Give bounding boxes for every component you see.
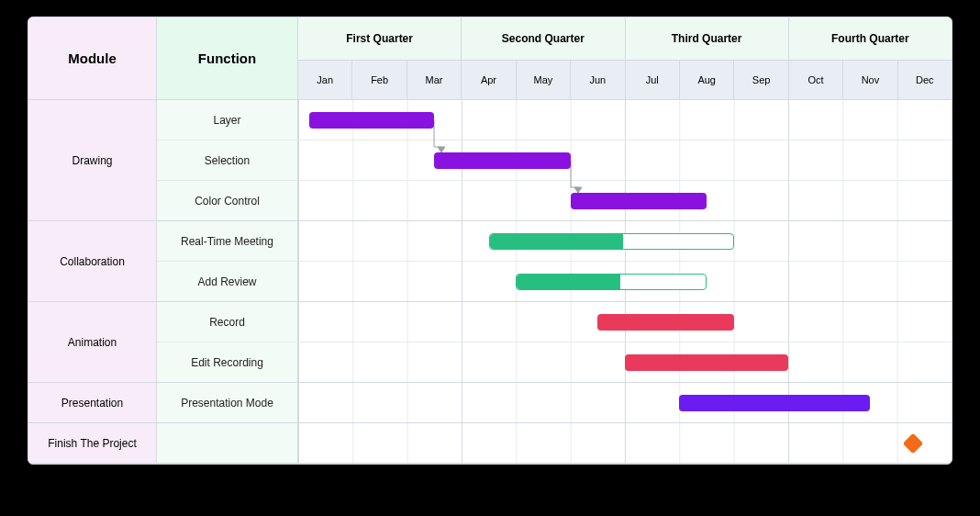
module-cell: Finish The Project bbox=[28, 423, 157, 463]
gantt-chart: Module Function First Quarter Second Qua… bbox=[28, 17, 952, 465]
function-cell: Add Review bbox=[157, 262, 298, 301]
month-header: Oct bbox=[789, 61, 843, 99]
gantt-bar[interactable] bbox=[679, 395, 870, 411]
gantt-row: Finish The Project bbox=[28, 423, 952, 464]
gantt-body: DrawingLayerSelectionColor ControlCollab… bbox=[28, 100, 952, 464]
quarter-header: Third Quarter bbox=[626, 17, 789, 60]
gantt-bar[interactable] bbox=[489, 233, 734, 250]
gantt-row: Edit Recording bbox=[28, 342, 952, 383]
month-header: May bbox=[517, 61, 571, 99]
function-cell: Edit Recording bbox=[157, 342, 298, 382]
gantt-row: Add Review bbox=[28, 262, 952, 302]
timeline-cell bbox=[298, 140, 952, 180]
timeline-cell bbox=[298, 181, 952, 220]
month-header: Nov bbox=[843, 61, 897, 99]
column-header-module: Module bbox=[28, 17, 157, 99]
module-cell: Presentation bbox=[28, 383, 157, 422]
gantt-bar[interactable] bbox=[309, 112, 434, 129]
month-header: Aug bbox=[680, 61, 734, 99]
module-cell: Animation bbox=[28, 302, 157, 383]
month-header: Dec bbox=[898, 61, 952, 99]
timeline-cell bbox=[298, 342, 952, 382]
gantt-bar[interactable] bbox=[625, 354, 788, 371]
function-cell: Record bbox=[157, 302, 298, 342]
column-header-function: Function bbox=[157, 17, 298, 99]
quarter-header: Fourth Quarter bbox=[789, 17, 952, 60]
function-cell: Color Control bbox=[157, 181, 298, 220]
milestone-marker[interactable] bbox=[903, 433, 924, 454]
timeline-cell bbox=[298, 100, 952, 140]
month-header: Jan bbox=[298, 61, 352, 99]
gantt-bar[interactable] bbox=[434, 152, 570, 169]
month-header: Jul bbox=[626, 61, 680, 99]
function-cell: Selection bbox=[157, 140, 298, 180]
month-header: Apr bbox=[462, 61, 516, 99]
month-header: Feb bbox=[352, 61, 406, 99]
function-cell: Layer bbox=[157, 100, 298, 140]
timeline-cell bbox=[298, 383, 952, 422]
month-header: Jun bbox=[571, 61, 625, 99]
month-header: Mar bbox=[407, 61, 462, 99]
gantt-row: DrawingLayer bbox=[28, 100, 952, 140]
gantt-row: AnimationRecord bbox=[28, 302, 952, 342]
module-cell: Collaboration bbox=[28, 221, 157, 302]
gantt-bar[interactable] bbox=[516, 274, 707, 290]
quarter-header: Second Quarter bbox=[462, 17, 625, 60]
module-cell: Drawing bbox=[28, 100, 157, 221]
gantt-row: Color Control bbox=[28, 181, 952, 221]
function-cell bbox=[157, 423, 298, 463]
timeline-cell bbox=[298, 262, 952, 301]
timeline-cell bbox=[298, 302, 952, 342]
timeline-cell bbox=[298, 221, 952, 261]
gantt-bar[interactable] bbox=[597, 314, 733, 331]
function-cell: Real-Time Meeting bbox=[157, 221, 298, 261]
gantt-header: Module Function First Quarter Second Qua… bbox=[28, 17, 952, 100]
gantt-row: Selection bbox=[28, 140, 952, 181]
timeline-cell bbox=[298, 423, 952, 463]
gantt-row: PresentationPresentation Mode bbox=[28, 383, 952, 423]
gantt-row: CollaborationReal-Time Meeting bbox=[28, 221, 952, 262]
function-cell: Presentation Mode bbox=[157, 383, 298, 422]
gantt-bar[interactable] bbox=[571, 193, 707, 209]
timeline-header: First Quarter Second Quarter Third Quart… bbox=[298, 17, 952, 99]
quarter-header: First Quarter bbox=[298, 17, 462, 60]
month-header: Sep bbox=[734, 61, 788, 99]
